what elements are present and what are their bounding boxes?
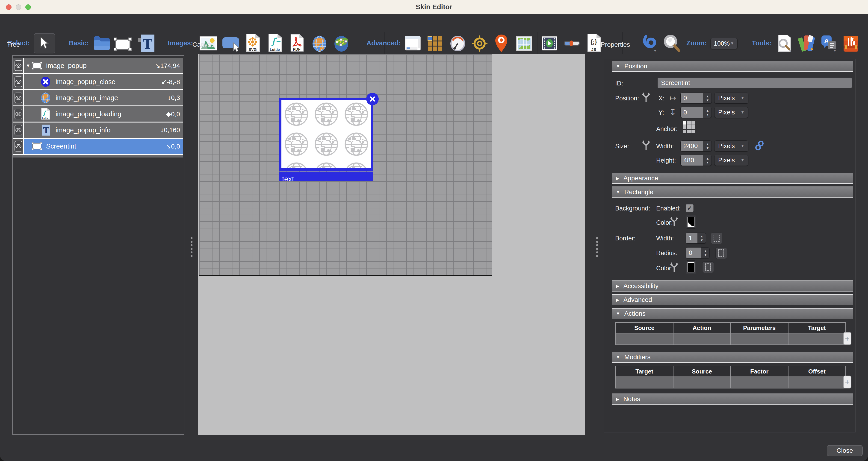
map-widget-button[interactable] [516, 36, 532, 52]
y-unit-select[interactable]: Pixels▼ [714, 107, 748, 118]
visibility-toggle[interactable] [14, 93, 22, 103]
canvas-popup-image[interactable] [281, 100, 371, 168]
background-color-swatch[interactable] [686, 215, 696, 229]
add-modifier-button[interactable]: + [843, 375, 851, 389]
bind-position-icon[interactable] [642, 92, 650, 102]
globe-network-button[interactable] [333, 35, 349, 53]
bind-border-color-icon[interactable] [670, 262, 679, 272]
properties-panel: ▼ Position ID: Screentint Position: X: ↦… [604, 59, 856, 432]
disclosure-triangle[interactable]: ▼ [26, 63, 30, 68]
canvas-popup-close-button[interactable] [366, 93, 379, 105]
border-width-per-side-button[interactable] [711, 233, 722, 244]
text-tool-button[interactable]: T [137, 34, 155, 54]
section-header-notes[interactable]: ▶ Notes [612, 394, 853, 404]
x-value-stepper[interactable]: 0 ▲▼ [680, 93, 712, 104]
section-header-actions[interactable]: ▼ Actions [612, 308, 853, 319]
tree-canvas-splitter[interactable] [190, 237, 193, 257]
section-header-position[interactable]: ▼ Position [612, 61, 853, 72]
globe-image-button[interactable] [311, 35, 328, 53]
tree-row-image-popup-info[interactable]: T image_popup_info ↓0,160 [13, 123, 183, 138]
lottie-file-button[interactable]: Lottie [267, 34, 283, 54]
js-file-button[interactable]: {;} JS [586, 34, 601, 54]
section-header-rectangle[interactable]: ▼ Rectangle [612, 187, 853, 198]
svg-text:T: T [143, 36, 153, 52]
grid-widget-button[interactable] [427, 36, 443, 53]
eye-icon [15, 96, 22, 100]
width-unit-select[interactable]: Pixels▼ [714, 140, 748, 152]
svg-text:SVG: SVG [248, 47, 257, 52]
height-unit-select[interactable]: Pixels▼ [714, 155, 748, 166]
section-header-advanced[interactable]: ▶ Advanced [612, 294, 853, 305]
step-down-icon: ▼ [700, 238, 704, 242]
radius-per-corner-button[interactable] [715, 247, 727, 259]
background-enabled-checkbox[interactable]: ✓ [686, 204, 693, 212]
width-value-stepper[interactable]: 2400 ▲▼ [680, 140, 712, 152]
eye-icon [15, 144, 22, 149]
section-header-modifiers[interactable]: ▼ Modifiers [612, 352, 853, 363]
folder-tool-button[interactable] [93, 35, 111, 51]
canvas-properties-splitter[interactable] [596, 237, 598, 257]
toolbox-button[interactable] [843, 34, 859, 53]
canvas-popup-info-text[interactable]: text [279, 171, 373, 181]
bind-size-icon[interactable] [642, 140, 650, 151]
modifiers-empty-row[interactable] [616, 377, 846, 388]
tree-item-coord: ↙-8,-8 [161, 78, 180, 86]
tree-row-screentint-selected[interactable]: Screentint ↘0,0 [13, 139, 183, 154]
disclosure-triangle: ▼ [616, 355, 620, 360]
gauge-widget-button[interactable] [450, 35, 466, 53]
anchor-selector[interactable] [683, 121, 695, 133]
canvas-image-popup[interactable] [279, 98, 373, 171]
visibility-toggle[interactable] [14, 76, 22, 87]
canvas-panel[interactable]: text [198, 54, 585, 435]
find-resource-button[interactable]: ▾ [776, 34, 793, 54]
tree-row-image-popup-loading[interactable]: Lottie image_popup_loading ◆0,0 [13, 106, 183, 122]
translate-dropdown-arrow[interactable]: ▾ [834, 48, 836, 53]
border-width-stepper[interactable]: 1 ▲▼ [686, 233, 706, 243]
visibility-toggle[interactable] [14, 141, 22, 152]
button-tool-button[interactable] [221, 36, 240, 53]
find-dropdown-arrow[interactable]: ▾ [789, 49, 791, 54]
tree-row-image-popup[interactable]: ▼ image_popup ↘174,94 [13, 58, 183, 73]
border-color-per-side-button[interactable] [702, 261, 714, 273]
target-widget-button[interactable] [471, 35, 488, 53]
zoom-level-select[interactable]: 100% ▼ [710, 38, 738, 49]
section-header-accessibility[interactable]: ▶ Accessibility [612, 281, 853, 292]
actions-empty-row[interactable] [616, 333, 846, 345]
visibility-toggle[interactable] [14, 125, 22, 135]
undo-button[interactable]: ▾ [642, 35, 657, 53]
visibility-toggle[interactable] [14, 109, 22, 119]
radius-stepper[interactable]: 0 ▲▼ [686, 247, 710, 258]
zoom-mode-button[interactable] [663, 35, 681, 54]
svg-file-button[interactable]: SVG [245, 34, 260, 54]
add-action-button[interactable]: + [843, 332, 851, 345]
section-header-appearance[interactable]: ▶ Appearance [612, 173, 853, 184]
map-pin-button[interactable] [494, 34, 508, 54]
tree-row-image-popup-image[interactable]: image_popup_image ↓0,3 [13, 90, 183, 105]
color-swatches-button[interactable] [798, 35, 815, 53]
link-width-height-icon[interactable] [755, 140, 764, 151]
plus-icon: + [845, 377, 849, 387]
tree-scroll-track[interactable] [13, 155, 183, 158]
x-unit-select[interactable]: Pixels▼ [714, 93, 748, 104]
pdf-file-button[interactable]: PDF [289, 34, 304, 54]
svg-text:JS: JS [591, 47, 596, 52]
video-widget-button[interactable] [541, 36, 558, 52]
button-icon [221, 36, 240, 52]
slider-widget-button[interactable] [563, 39, 580, 48]
bind-color-icon[interactable] [670, 216, 679, 227]
close-button[interactable]: Close [827, 445, 863, 456]
height-value-stepper[interactable]: 480 ▲▼ [680, 155, 712, 166]
list-widget-button[interactable] [405, 36, 421, 52]
id-field[interactable]: Screentint [657, 77, 852, 88]
tree-item-label: image_popup_loading [56, 110, 121, 118]
tree-row-image-popup-close[interactable]: image_popup_close ↙-8,-8 [13, 74, 183, 89]
visibility-toggle[interactable] [14, 60, 22, 71]
translate-button[interactable]: A ▾ [820, 35, 837, 53]
rectangle-tool-button[interactable] [114, 37, 132, 52]
y-value-stepper[interactable]: 0 ▲▼ [680, 107, 712, 118]
text-element-icon: T [41, 124, 51, 136]
skin-document[interactable]: text [199, 54, 492, 276]
select-tool-button[interactable] [34, 33, 55, 54]
border-color-swatch[interactable] [686, 260, 696, 274]
undo-dropdown-arrow[interactable]: ▾ [654, 48, 656, 53]
